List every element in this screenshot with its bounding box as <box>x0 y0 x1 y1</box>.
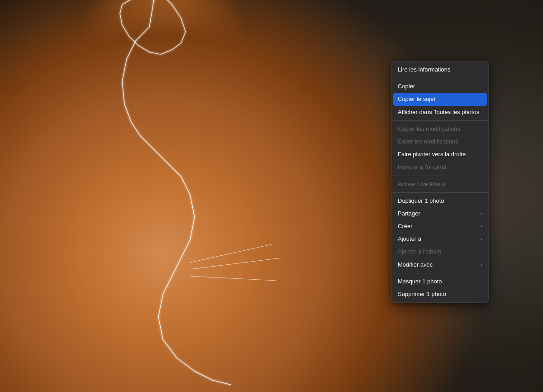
menu-item-modifier-avec[interactable]: Modifier avec › <box>391 258 489 271</box>
menu-item-label: Afficher dans Toutes les photos <box>398 108 479 116</box>
menu-item-label: Lire les informations <box>398 66 450 74</box>
menu-item-masquer[interactable]: Masquer 1 photo <box>391 275 489 288</box>
menu-separator-5 <box>391 273 489 273</box>
menu-item-label: Supprimer 1 photo <box>398 290 446 298</box>
chevron-right-icon: › <box>481 223 482 229</box>
menu-item-partager[interactable]: Partager › <box>391 207 489 220</box>
context-menu: Lire les informations Copier Copier le s… <box>391 61 489 303</box>
menu-item-label: Dupliquer 1 photo <box>398 197 444 205</box>
menu-item-supprimer[interactable]: Supprimer 1 photo <box>391 288 489 301</box>
menu-separator-1 <box>391 78 489 78</box>
menu-separator-3 <box>391 176 489 176</box>
menu-item-label: Activer Live Photo <box>398 180 445 188</box>
menu-item-label: Ajouter à <box>398 235 421 243</box>
menu-item-copier[interactable]: Copier <box>391 80 489 93</box>
menu-item-ajouter-album: Ajouter à l'album <box>391 245 489 258</box>
menu-item-label: Modifier avec <box>398 261 433 269</box>
menu-item-ajouter-a[interactable]: Ajouter à › <box>391 233 489 245</box>
menu-separator-2 <box>391 120 489 121</box>
menu-item-label: Ajouter à l'album <box>398 248 441 256</box>
menu-item-label: Copier les modifications <box>398 125 460 133</box>
menu-item-creer[interactable]: Créer › <box>391 220 489 233</box>
menu-item-afficher-toutes-photos[interactable]: Afficher dans Toutes les photos <box>391 106 489 119</box>
menu-item-label: Coller les modifications <box>398 138 458 146</box>
menu-item-label: Copier le sujet <box>398 95 435 103</box>
menu-item-activer-live: Activer Live Photo <box>391 178 489 191</box>
menu-item-dupliquer[interactable]: Dupliquer 1 photo <box>391 195 489 207</box>
menu-item-lire-informations[interactable]: Lire les informations <box>391 63 489 76</box>
menu-item-label: Revenir à l'original <box>398 163 446 171</box>
menu-item-copier-sujet[interactable]: Copier le sujet <box>393 93 487 105</box>
menu-item-coller-modifications: Coller les modifications <box>391 135 489 148</box>
menu-item-label: Partager <box>398 210 420 218</box>
menu-item-faire-pivoter[interactable]: Faire pivoter vers la droite <box>391 148 489 161</box>
menu-item-label: Copier <box>398 82 415 91</box>
menu-item-revenir-original: Revenir à l'original <box>391 161 489 173</box>
menu-item-label: Créer <box>398 222 413 230</box>
chevron-right-icon: › <box>481 261 482 268</box>
menu-item-copier-modifications: Copier les modifications <box>391 123 489 135</box>
chevron-right-icon: › <box>481 236 482 243</box>
menu-separator-4 <box>391 192 489 193</box>
menu-item-label: Faire pivoter vers la droite <box>398 150 466 158</box>
menu-item-label: Masquer 1 photo <box>398 277 442 286</box>
chevron-right-icon: › <box>481 210 482 217</box>
